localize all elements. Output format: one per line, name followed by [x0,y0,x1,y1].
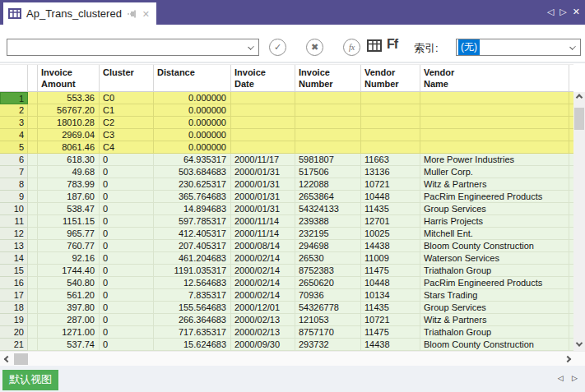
cell-cluster[interactable]: C4 [100,141,154,154]
cell-date[interactable] [231,92,295,104]
vertical-scrollbar[interactable] [573,92,585,351]
cell-vendnum[interactable] [361,117,420,129]
cell-cluster[interactable]: 0 [100,191,154,203]
cell-vendor[interactable]: PacRim Engineered Products [420,277,569,289]
cell-cluster[interactable]: 0 [100,154,154,166]
cell-invnum[interactable]: 8752383 [295,265,361,277]
cell-distance[interactable]: 0.000000 [154,141,231,154]
cell-cluster[interactable]: C1 [100,104,154,117]
cell-vendor[interactable] [420,92,569,104]
cell-vendor[interactable]: Group Services [420,203,569,215]
formula-button[interactable]: fx [343,39,360,56]
cell-date[interactable]: 2000/11/14 [231,215,295,228]
cell-distance[interactable]: 0.000000 [154,117,231,129]
cell-invnum[interactable]: 232195 [295,228,361,240]
cell-distance[interactable]: 15.624683 [154,339,231,351]
row-number[interactable]: 21 [0,339,28,351]
column-header-vendor[interactable]: Vendor Name [420,65,569,92]
cell-vendnum[interactable]: 11435 [361,203,420,215]
cell-invnum[interactable]: 5981807 [295,154,361,166]
cell-invnum[interactable]: 121053 [295,314,361,326]
cell-date[interactable]: 2000/02/14 [231,277,295,289]
cell-vendnum[interactable] [361,92,420,104]
cell-amount[interactable]: 538.47 [38,203,100,215]
cell-invnum[interactable] [295,104,361,117]
cell-vendor[interactable]: Stars Trading [420,289,569,302]
apply-filter-button[interactable]: ✓ [269,39,286,56]
cell-amount[interactable]: 760.77 [38,240,100,252]
cell-date[interactable]: 2000/01/31 [231,191,295,203]
cell-vendnum[interactable]: 12701 [361,215,420,228]
cell-vendor[interactable]: PacRim Engineered Products [420,191,569,203]
clear-filter-button[interactable]: ✖ [306,39,323,56]
row-number[interactable]: 11 [0,215,28,228]
row-number[interactable]: 1 [0,92,28,104]
cell-invnum[interactable]: 8757170 [295,326,361,339]
cell-distance[interactable]: 230.625317 [154,178,231,191]
cell-invnum[interactable]: 517506 [295,166,361,178]
cell-date[interactable]: 2000/08/14 [231,240,295,252]
cell-invnum[interactable]: 239388 [295,215,361,228]
column-header-date[interactable]: Invoice Date [231,65,295,92]
cell-vendnum[interactable]: 14438 [361,339,420,351]
scroll-up-button[interactable] [573,92,585,105]
cell-distance[interactable]: 207.405317 [154,240,231,252]
cell-invnum[interactable]: 294698 [295,240,361,252]
cell-vendor[interactable]: Harris Projects [420,215,569,228]
scroll-right-button[interactable] [562,352,573,367]
cell-amount[interactable]: 187.60 [38,191,100,203]
cell-invnum[interactable]: 54324133 [295,203,361,215]
cell-distance[interactable]: 14.894683 [154,203,231,215]
cell-invnum[interactable]: 54326778 [295,302,361,314]
cell-vendnum[interactable]: 10448 [361,277,420,289]
cell-date[interactable]: 2000/02/13 [231,326,295,339]
row-number[interactable]: 9 [0,191,28,203]
cell-distance[interactable]: 12.564683 [154,277,231,289]
cell-vendor[interactable] [420,117,569,129]
scroll-down-button[interactable] [573,338,585,351]
horizontal-scrollbar-thumb[interactable] [14,353,28,365]
row-number[interactable]: 7 [0,166,28,178]
cell-vendor[interactable] [420,141,569,154]
pin-icon[interactable] [127,9,137,19]
cell-distance[interactable]: 365.764683 [154,191,231,203]
cell-cluster[interactable]: 0 [100,339,154,351]
cell-invnum[interactable] [295,117,361,129]
cell-amount[interactable]: 965.77 [38,228,100,240]
cell-vendnum[interactable]: 13136 [361,166,420,178]
cell-distance[interactable]: 0.000000 [154,129,231,141]
cell-cluster[interactable]: 0 [100,314,154,326]
cell-cluster[interactable]: C3 [100,129,154,141]
cell-date[interactable]: 2000/11/17 [231,154,295,166]
cell-date[interactable]: 2000/01/31 [231,178,295,191]
cell-amount[interactable]: 8061.46 [38,141,100,154]
tab-close-icon[interactable]: ✕ [142,9,150,19]
cell-cluster[interactable]: C0 [100,92,154,104]
cell-amount[interactable]: 553.36 [38,92,100,104]
nav-left-icon[interactable]: ◁ [547,7,554,17]
cell-cluster[interactable]: 0 [100,277,154,289]
cell-cluster[interactable]: 0 [100,326,154,339]
cell-vendor[interactable]: Witz & Partners [420,314,569,326]
cell-vendor[interactable]: Bloom County Construction [420,339,569,351]
row-number[interactable]: 2 [0,104,28,117]
cell-distance[interactable]: 1191.035317 [154,265,231,277]
cell-invnum[interactable] [295,129,361,141]
cell-invnum[interactable]: 26530 [295,252,361,265]
cell-amount[interactable]: 287.00 [38,314,100,326]
cell-amount[interactable]: 618.30 [38,154,100,166]
row-number[interactable]: 18 [0,302,28,314]
row-number[interactable]: 3 [0,117,28,129]
cell-vendor[interactable]: Muller Corp. [420,166,569,178]
cell-distance[interactable]: 597.785317 [154,215,231,228]
cell-cluster[interactable]: 0 [100,252,154,265]
cell-vendnum[interactable]: 10025 [361,228,420,240]
cell-date[interactable] [231,104,295,117]
scroll-left-button[interactable] [2,352,13,367]
filter-combobox[interactable] [7,39,259,56]
cell-vendnum[interactable]: 10134 [361,289,420,302]
cell-cluster[interactable]: 0 [100,203,154,215]
cell-invnum[interactable] [295,141,361,154]
cell-vendor[interactable] [420,129,569,141]
cell-vendor[interactable]: Waterson Services [420,252,569,265]
